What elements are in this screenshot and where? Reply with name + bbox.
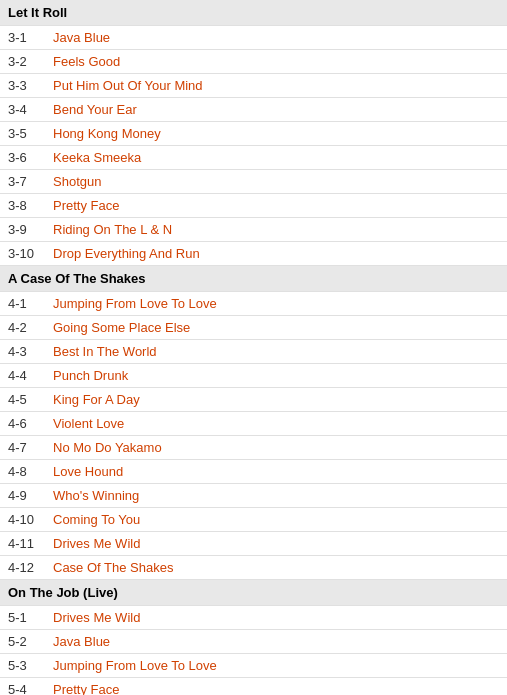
track-title: Pretty Face: [45, 194, 507, 218]
table-row: 4-10Coming To You: [0, 508, 507, 532]
track-title: Violent Love: [45, 412, 507, 436]
track-title: Who's Winning: [45, 484, 507, 508]
track-title: Java Blue: [45, 630, 507, 654]
track-number: 4-2: [0, 316, 45, 340]
track-number: 3-5: [0, 122, 45, 146]
table-row: 3-1Java Blue: [0, 26, 507, 50]
track-number: 4-9: [0, 484, 45, 508]
track-number: 4-6: [0, 412, 45, 436]
table-row: 3-7Shotgun: [0, 170, 507, 194]
track-title: Best In The World: [45, 340, 507, 364]
table-row: 4-6Violent Love: [0, 412, 507, 436]
table-row: 4-3Best In The World: [0, 340, 507, 364]
track-number: 3-3: [0, 74, 45, 98]
track-title: Bend Your Ear: [45, 98, 507, 122]
track-title: Feels Good: [45, 50, 507, 74]
track-number: 3-2: [0, 50, 45, 74]
table-row: 3-5Hong Kong Money: [0, 122, 507, 146]
track-title: Punch Drunk: [45, 364, 507, 388]
track-title: Drop Everything And Run: [45, 242, 507, 266]
table-row: 4-4Punch Drunk: [0, 364, 507, 388]
table-row: 3-6Keeka Smeeka: [0, 146, 507, 170]
table-row: 4-2Going Some Place Else: [0, 316, 507, 340]
track-number: 5-4: [0, 678, 45, 696]
table-row: 4-7No Mo Do Yakamo: [0, 436, 507, 460]
track-number: 4-8: [0, 460, 45, 484]
table-row: 3-10Drop Everything And Run: [0, 242, 507, 266]
track-number: 4-1: [0, 292, 45, 316]
track-title: Love Hound: [45, 460, 507, 484]
track-number: 3-7: [0, 170, 45, 194]
track-title: Jumping From Love To Love: [45, 654, 507, 678]
track-number: 3-6: [0, 146, 45, 170]
track-title: Drives Me Wild: [45, 532, 507, 556]
album-title: A Case Of The Shakes: [0, 266, 507, 292]
track-number: 4-7: [0, 436, 45, 460]
track-number: 4-10: [0, 508, 45, 532]
track-number: 4-11: [0, 532, 45, 556]
table-row: 5-1Drives Me Wild: [0, 606, 507, 630]
table-row: 4-9Who's Winning: [0, 484, 507, 508]
track-number: 4-5: [0, 388, 45, 412]
track-title: Hong Kong Money: [45, 122, 507, 146]
table-row: 5-2Java Blue: [0, 630, 507, 654]
track-title: Going Some Place Else: [45, 316, 507, 340]
track-title: King For A Day: [45, 388, 507, 412]
track-number: 4-4: [0, 364, 45, 388]
track-title: Pretty Face: [45, 678, 507, 696]
track-number: 3-4: [0, 98, 45, 122]
track-title: Shotgun: [45, 170, 507, 194]
track-title: No Mo Do Yakamo: [45, 436, 507, 460]
table-row: 4-1Jumping From Love To Love: [0, 292, 507, 316]
track-number: 5-3: [0, 654, 45, 678]
table-row: 3-2Feels Good: [0, 50, 507, 74]
table-row: 4-12Case Of The Shakes: [0, 556, 507, 580]
album-header: A Case Of The Shakes: [0, 266, 507, 292]
track-title: Put Him Out Of Your Mind: [45, 74, 507, 98]
track-title: Case Of The Shakes: [45, 556, 507, 580]
track-title: Riding On The L & N: [45, 218, 507, 242]
track-number: 4-12: [0, 556, 45, 580]
table-row: 4-5King For A Day: [0, 388, 507, 412]
table-row: 5-4Pretty Face: [0, 678, 507, 696]
track-number: 5-2: [0, 630, 45, 654]
track-number: 4-3: [0, 340, 45, 364]
table-row: 3-8Pretty Face: [0, 194, 507, 218]
track-title: Drives Me Wild: [45, 606, 507, 630]
table-row: 3-3Put Him Out Of Your Mind: [0, 74, 507, 98]
track-number: 5-1: [0, 606, 45, 630]
track-number: 3-1: [0, 26, 45, 50]
table-row: 5-3Jumping From Love To Love: [0, 654, 507, 678]
track-number: 3-8: [0, 194, 45, 218]
album-header: On The Job (Live): [0, 580, 507, 606]
table-row: 4-8Love Hound: [0, 460, 507, 484]
album-title: On The Job (Live): [0, 580, 507, 606]
track-title: Java Blue: [45, 26, 507, 50]
album-title: Let It Roll: [0, 0, 507, 26]
track-number: 3-9: [0, 218, 45, 242]
track-number: 3-10: [0, 242, 45, 266]
track-title: Jumping From Love To Love: [45, 292, 507, 316]
table-row: 3-9Riding On The L & N: [0, 218, 507, 242]
track-title: Coming To You: [45, 508, 507, 532]
table-row: 4-11Drives Me Wild: [0, 532, 507, 556]
track-list: Let It Roll3-1Java Blue3-2Feels Good3-3P…: [0, 0, 507, 695]
table-row: 3-4Bend Your Ear: [0, 98, 507, 122]
track-title: Keeka Smeeka: [45, 146, 507, 170]
album-header: Let It Roll: [0, 0, 507, 26]
